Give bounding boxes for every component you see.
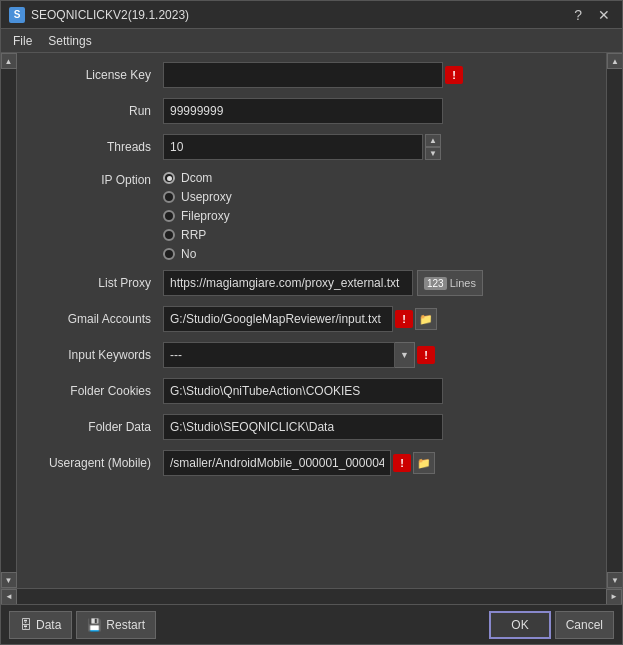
folder-data-input[interactable]: [163, 414, 443, 440]
useragent-group: ! 📁: [163, 450, 435, 476]
horizontal-scrollbar: ◄ ►: [1, 588, 622, 604]
useragent-row: Useragent (Mobile) ! 📁: [33, 449, 590, 477]
license-key-input-group: !: [163, 62, 463, 88]
lines-button[interactable]: 123 Lines: [417, 270, 483, 296]
title-bar: S SEOQNICLICKV2(19.1.2023) ? ✕: [1, 1, 622, 29]
rrp-radio[interactable]: [163, 229, 175, 241]
gmail-error-badge: !: [395, 310, 413, 328]
folder-cookies-row: Folder Cookies: [33, 377, 590, 405]
right-scrollbar: ▲ ▼: [606, 53, 622, 588]
fileproxy-label: Fileproxy: [181, 209, 230, 223]
license-key-error-badge: !: [445, 66, 463, 84]
data-button[interactable]: 🗄 Data: [9, 611, 72, 639]
folder-cookies-label: Folder Cookies: [33, 384, 163, 398]
scroll-up-arrow[interactable]: ▲: [1, 53, 17, 69]
threads-spinner-arrows: ▲ ▼: [425, 134, 441, 160]
rrp-label: RRP: [181, 228, 206, 242]
input-keywords-row: Input Keywords ▼ !: [33, 341, 590, 369]
threads-up-arrow[interactable]: ▲: [425, 134, 441, 147]
useragent-error-badge: !: [393, 454, 411, 472]
ip-option-no[interactable]: No: [163, 247, 232, 261]
data-icon: 🗄: [20, 618, 32, 632]
input-keywords-label: Input Keywords: [33, 348, 163, 362]
list-proxy-input[interactable]: [163, 270, 413, 296]
ip-option-useproxy[interactable]: Useproxy: [163, 190, 232, 204]
scroll-track-left: [1, 69, 16, 572]
threads-input[interactable]: [163, 134, 423, 160]
h-scroll-left[interactable]: ◄: [1, 589, 17, 605]
window-title: SEOQNICLICKV2(19.1.2023): [31, 8, 570, 22]
bottom-bar: 🗄 Data 💾 Restart OK Cancel: [1, 604, 622, 644]
main-form: License Key ! Run Threads ▲ ▼: [17, 53, 606, 588]
keywords-error-badge: !: [417, 346, 435, 364]
list-proxy-group: 123 Lines: [163, 270, 483, 296]
help-button[interactable]: ?: [570, 7, 586, 23]
threads-spinner: ▲ ▼: [163, 134, 441, 160]
dcom-radio[interactable]: [163, 172, 175, 184]
useragent-label: Useragent (Mobile): [33, 456, 163, 470]
folder-data-label: Folder Data: [33, 420, 163, 434]
ok-button[interactable]: OK: [489, 611, 550, 639]
left-scrollbar: ▲ ▼: [1, 53, 17, 588]
lines-badge: 123: [424, 277, 447, 290]
cancel-button[interactable]: Cancel: [555, 611, 614, 639]
right-scroll-up[interactable]: ▲: [607, 53, 622, 69]
useproxy-label: Useproxy: [181, 190, 232, 204]
restart-label: Restart: [106, 618, 145, 632]
data-label: Data: [36, 618, 61, 632]
close-button[interactable]: ✕: [594, 7, 614, 23]
scroll-down-arrow[interactable]: ▼: [1, 572, 17, 588]
no-radio[interactable]: [163, 248, 175, 260]
useragent-folder-button[interactable]: 📁: [413, 452, 435, 474]
h-scroll-right[interactable]: ►: [606, 589, 622, 605]
folder-cookies-input[interactable]: [163, 378, 443, 404]
ip-option-radio-group: Dcom Useproxy Fileproxy RRP: [163, 169, 232, 261]
threads-down-arrow[interactable]: ▼: [425, 147, 441, 160]
list-proxy-row: List Proxy 123 Lines: [33, 269, 590, 297]
ip-option-rrp[interactable]: RRP: [163, 228, 232, 242]
main-window: S SEOQNICLICKV2(19.1.2023) ? ✕ File Sett…: [0, 0, 623, 645]
restart-icon: 💾: [87, 618, 102, 632]
threads-row: Threads ▲ ▼: [33, 133, 590, 161]
fileproxy-radio[interactable]: [163, 210, 175, 222]
ip-option-label: IP Option: [33, 169, 163, 187]
gmail-accounts-input[interactable]: [163, 306, 393, 332]
keywords-input[interactable]: [163, 342, 395, 368]
gmail-accounts-group: ! 📁: [163, 306, 437, 332]
gmail-folder-button[interactable]: 📁: [415, 308, 437, 330]
run-input[interactable]: [163, 98, 443, 124]
run-label: Run: [33, 104, 163, 118]
useproxy-radio[interactable]: [163, 191, 175, 203]
license-key-input[interactable]: [163, 62, 443, 88]
menu-bar: File Settings: [1, 29, 622, 53]
folder-data-row: Folder Data: [33, 413, 590, 441]
title-controls: ? ✕: [570, 7, 614, 23]
ip-option-dcom[interactable]: Dcom: [163, 171, 232, 185]
restart-button[interactable]: 💾 Restart: [76, 611, 156, 639]
right-scroll-track: [607, 69, 622, 572]
no-label: No: [181, 247, 196, 261]
h-scroll-track: [17, 589, 606, 604]
content-area: ▲ ▼ License Key ! Run Threads: [1, 53, 622, 588]
license-key-label: License Key: [33, 68, 163, 82]
input-keywords-group: ▼ !: [163, 342, 435, 368]
dcom-label: Dcom: [181, 171, 212, 185]
threads-label: Threads: [33, 140, 163, 154]
app-icon: S: [9, 7, 25, 23]
useragent-input[interactable]: [163, 450, 391, 476]
list-proxy-label: List Proxy: [33, 276, 163, 290]
lines-label: Lines: [450, 277, 476, 289]
keywords-dropdown-arrow[interactable]: ▼: [395, 342, 415, 368]
menu-settings[interactable]: Settings: [40, 32, 99, 50]
menu-file[interactable]: File: [5, 32, 40, 50]
license-key-row: License Key !: [33, 61, 590, 89]
keywords-dropdown-wrapper: ▼: [163, 342, 415, 368]
run-row: Run: [33, 97, 590, 125]
ip-option-fileproxy[interactable]: Fileproxy: [163, 209, 232, 223]
gmail-accounts-row: Gmail Accounts ! 📁: [33, 305, 590, 333]
gmail-accounts-label: Gmail Accounts: [33, 312, 163, 326]
ip-option-row: IP Option Dcom Useproxy Fileproxy: [33, 169, 590, 261]
right-scroll-down[interactable]: ▼: [607, 572, 622, 588]
